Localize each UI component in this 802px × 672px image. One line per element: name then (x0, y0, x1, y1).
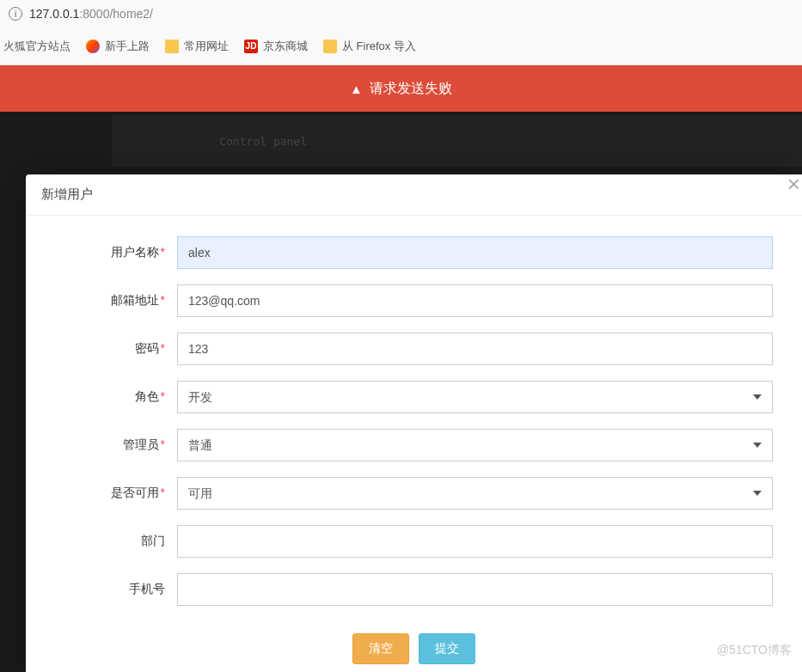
label-role: 角色* (55, 389, 177, 405)
required-mark: * (161, 437, 165, 451)
page-title: Dashboard (126, 130, 207, 152)
warning-icon: ▲ (350, 82, 363, 96)
required-mark: * (161, 341, 165, 355)
label-admin: 管理员* (55, 437, 177, 453)
site-info-icon[interactable]: i (9, 7, 22, 21)
bookmark-label: 京东商城 (263, 39, 308, 54)
label-phone: 手机号 (55, 582, 177, 597)
email-input[interactable] (177, 284, 773, 317)
folder-icon (165, 40, 179, 53)
url-path: :8000/home2/ (79, 7, 153, 21)
watermark: @51CTO博客 (717, 643, 792, 658)
add-user-modal: × 新增用户 用户名称* 邮箱地址* 密码* 角色* 开发 (26, 174, 802, 672)
phone-input[interactable] (177, 573, 773, 606)
dept-input[interactable] (177, 525, 773, 558)
dashboard-header: Dashboard Control panel (112, 115, 802, 167)
row-username: 用户名称* (55, 236, 773, 269)
bookmark-common-sites[interactable]: 常用网址 (165, 39, 229, 54)
folder-icon (323, 40, 337, 53)
control-dept (177, 525, 773, 558)
control-password (177, 333, 773, 365)
firefox-icon (86, 40, 100, 53)
bookmark-label: 常用网址 (184, 39, 229, 54)
row-phone: 手机号 (55, 573, 773, 606)
bookmark-label: 火狐官方站点 (3, 39, 70, 54)
control-phone (177, 573, 773, 606)
control-role: 开发 (177, 381, 773, 413)
clear-button[interactable]: 清空 (352, 633, 409, 664)
error-alert: ▲ 请求发送失败 (0, 65, 802, 112)
submit-button[interactable]: 提交 (419, 633, 475, 664)
jd-icon: JD (244, 40, 258, 53)
modal-title: 新增用户 (26, 174, 802, 216)
label-username: 用户名称* (55, 245, 177, 260)
bookmark-jd[interactable]: JD 京东商城 (244, 39, 308, 54)
modal-footer: 清空 提交 (26, 621, 802, 672)
label-enabled: 是否可用* (55, 486, 177, 501)
row-role: 角色* 开发 (55, 381, 773, 413)
control-admin: 普通 (177, 429, 773, 461)
username-input[interactable] (177, 236, 773, 269)
row-email: 邮箱地址* (55, 284, 773, 317)
close-icon[interactable]: × (787, 173, 800, 195)
page-subtitle: Control panel (219, 135, 307, 148)
bookmark-firefox-official[interactable]: 火狐官方站点 (3, 39, 70, 54)
password-input[interactable] (177, 333, 773, 365)
row-admin: 管理员* 普通 (55, 429, 773, 461)
role-select[interactable]: 开发 (177, 381, 773, 413)
label-dept: 部门 (55, 534, 177, 549)
control-username (177, 236, 773, 269)
label-password: 密码* (55, 341, 177, 357)
modal-body: 用户名称* 邮箱地址* 密码* 角色* 开发 管理员* (26, 216, 802, 606)
bookmark-label: 新手上路 (105, 39, 150, 54)
bookmark-label: 从 Firefox 导入 (342, 39, 416, 54)
url-host: 127.0.0.1 (29, 7, 79, 21)
required-mark: * (161, 293, 165, 307)
label-email: 邮箱地址* (55, 293, 177, 309)
control-enabled: 可用 (177, 477, 773, 510)
row-enabled: 是否可用* 可用 (55, 477, 773, 510)
enabled-select[interactable]: 可用 (177, 477, 773, 510)
bookmark-getting-started[interactable]: 新手上路 (86, 39, 150, 54)
bookmarks-toolbar: 火狐官方站点 新手上路 常用网址 JD 京东商城 从 Firefox 导入 (0, 27, 802, 65)
required-mark: * (161, 245, 165, 259)
bookmark-firefox-import[interactable]: 从 Firefox 导入 (323, 39, 416, 54)
row-password: 密码* (55, 333, 773, 365)
required-mark: * (161, 389, 165, 403)
control-email (177, 284, 773, 317)
address-bar[interactable]: i 127.0.0.1:8000/home2/ (0, 0, 802, 27)
alert-message: 请求发送失败 (370, 80, 452, 98)
required-mark: * (161, 486, 165, 499)
row-dept: 部门 (55, 525, 773, 558)
admin-select[interactable]: 普通 (177, 429, 773, 461)
